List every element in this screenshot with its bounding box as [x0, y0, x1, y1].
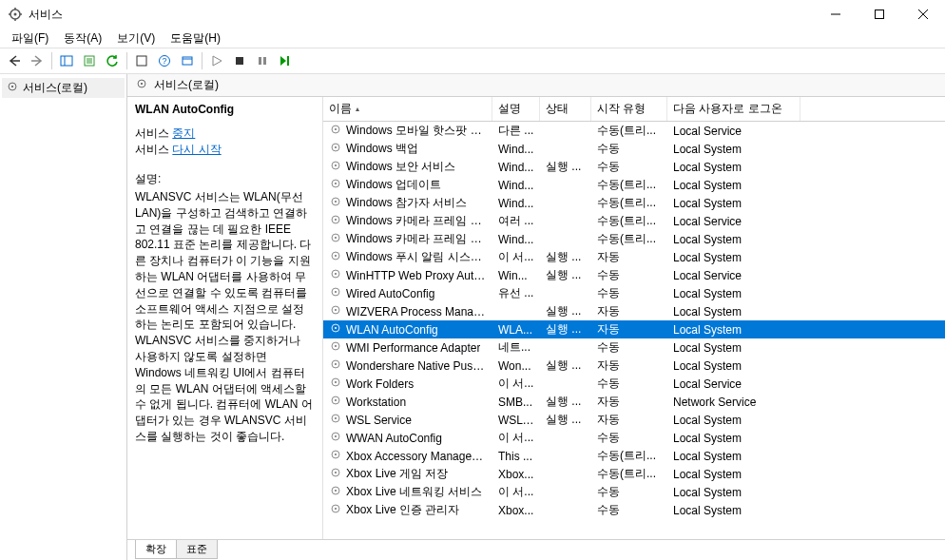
refresh-button[interactable] — [102, 50, 123, 71]
cell-startup: 수동(트리... — [591, 122, 667, 140]
help-button[interactable]: ? — [154, 50, 175, 71]
cell-logon: Local System — [667, 160, 800, 175]
cell-status — [540, 203, 591, 204]
cell-logon: Local System — [667, 431, 800, 446]
menu-file[interactable]: 파일(F) — [4, 29, 56, 48]
service-name-text: WIZVERA Process Manager... — [346, 305, 487, 319]
service-row[interactable]: Xbox Accessory Managem...This ...수동(트리..… — [323, 447, 945, 465]
restart-link[interactable]: 다시 시작 — [172, 143, 221, 156]
cell-logon: Local System — [667, 449, 800, 464]
menu-help[interactable]: 도움말(H) — [163, 29, 228, 48]
service-row[interactable]: Windows 카메라 프레임 서...여러 ...수동(트리...Local … — [323, 212, 945, 230]
service-actions: 서비스 중지 서비스 다시 시작 — [135, 126, 315, 158]
service-row[interactable]: WMI Performance Adapter네트...수동Local Syst… — [323, 338, 945, 357]
svg-rect-7 — [876, 10, 884, 19]
svg-point-58 — [335, 381, 337, 383]
pause-service-button[interactable] — [252, 50, 273, 71]
cell-startup: 수동 — [591, 375, 667, 393]
service-row[interactable]: Windows 참가자 서비스Wind...수동(트리...Local Syst… — [323, 194, 945, 212]
service-name-text: WLAN AutoConfig — [346, 323, 438, 337]
service-row[interactable]: Xbox Live 인증 관리자Xbox...수동Local System — [323, 501, 945, 519]
sort-indicator-icon: ▴ — [356, 105, 359, 113]
service-row[interactable]: Windows 카메라 프레임 서...Wind...수동(트리...Local… — [323, 230, 945, 248]
service-row[interactable]: Work Folders이 서...수동Local Service — [323, 375, 945, 393]
start-service-button[interactable] — [206, 50, 227, 71]
column-logon-as[interactable]: 다음 사용자로 로그온 — [667, 97, 800, 121]
close-button[interactable] — [901, 0, 945, 29]
cell-logon: Local System — [667, 286, 800, 301]
cell-status — [540, 473, 591, 475]
cell-startup: 자동 — [591, 393, 667, 411]
service-row[interactable]: WorkstationSMB...실행 ...자동Network Service — [323, 393, 945, 411]
service-name-text: Windows 모바일 핫스팟 서... — [346, 123, 487, 139]
gear-icon — [329, 249, 344, 265]
cell-description: 이 서... — [492, 483, 540, 501]
service-name-text: Xbox Live 게임 저장 — [346, 466, 448, 482]
service-row[interactable]: Windows 백업Wind...수동Local System — [323, 140, 945, 158]
tree-item-services-local[interactable]: 서비스(로컬) — [2, 78, 125, 98]
service-row[interactable]: WinHTTP Web Proxy Auto-...Win...실행 ...수동… — [323, 266, 945, 284]
service-row[interactable]: Xbox Live 게임 저장Xbox...수동(트리...Local Syst… — [323, 465, 945, 483]
gear-icon — [329, 412, 344, 428]
service-row[interactable]: WLAN AutoConfigWLA...실행 ...자동Local Syste… — [323, 320, 945, 338]
export-list-button[interactable] — [79, 50, 100, 71]
service-name-text: Windows 참가자 서비스 — [346, 195, 467, 211]
service-row[interactable]: Windows 보안 서비스Wind...실행 ...수동Local Syste… — [323, 158, 945, 176]
service-row[interactable]: Windows 모바일 핫스팟 서...다른 ...수동(트리...Local … — [323, 122, 945, 140]
service-row[interactable]: Xbox Live 네트워킹 서비스이 서...수동Local System — [323, 483, 945, 501]
properties-2-button[interactable] — [177, 50, 198, 71]
forward-button[interactable] — [27, 50, 48, 71]
cell-name: Windows 백업 — [323, 140, 492, 158]
cell-name: WMI Performance Adapter — [323, 338, 492, 357]
cell-status: 실행 ... — [540, 320, 591, 338]
cell-description: WLA... — [492, 322, 540, 338]
column-startup-type[interactable]: 시작 유형 — [591, 97, 667, 121]
cell-name: Windows 업데이트 — [323, 176, 492, 194]
svg-point-32 — [335, 146, 337, 148]
tree-item-label: 서비스(로컬) — [23, 80, 87, 96]
cell-startup: 수동 — [591, 501, 667, 519]
service-row[interactable]: Wondershare Native Push ...Won...실행 ...자… — [323, 357, 945, 375]
column-status[interactable]: 상태 — [540, 97, 591, 121]
app-icon — [8, 7, 23, 22]
maximize-button[interactable] — [858, 0, 901, 29]
cell-name: Xbox Accessory Managem... — [323, 447, 492, 465]
right-pane-header: 서비스(로컬) — [127, 74, 945, 97]
properties-button[interactable] — [131, 50, 152, 71]
gear-icon — [329, 502, 344, 518]
cell-logon: Network Service — [667, 395, 800, 410]
svg-point-26 — [11, 86, 13, 87]
menu-bar: 파일(F) 동작(A) 보기(V) 도움말(H) — [0, 29, 945, 48]
cell-status — [540, 437, 591, 439]
service-row[interactable]: Windows 푸시 알림 시스템...이 서...실행 ...자동Local … — [323, 248, 945, 266]
cell-logon: Local System — [667, 178, 800, 193]
service-row[interactable]: WIZVERA Process Manager...실행 ...자동Local … — [323, 302, 945, 320]
tab-standard[interactable]: 표준 — [176, 540, 218, 559]
svg-rect-23 — [263, 57, 266, 65]
column-name[interactable]: 이름 ▴ — [323, 97, 492, 121]
cell-name: WLAN AutoConfig — [323, 320, 492, 338]
cell-logon: Local System — [667, 413, 800, 428]
toolbar: ? — [0, 48, 945, 74]
service-row[interactable]: WSL ServiceWSL ...실행 ...자동Local System — [323, 411, 945, 429]
back-button[interactable] — [4, 50, 25, 71]
cell-status: 실행 ... — [540, 302, 591, 320]
service-name-text: Xbox Live 인증 관리자 — [346, 502, 459, 518]
cell-description: Win... — [492, 268, 540, 283]
restart-service-button[interactable] — [275, 50, 296, 71]
stop-link[interactable]: 중지 — [172, 126, 195, 140]
menu-action[interactable]: 동작(A) — [56, 29, 109, 48]
column-description[interactable]: 설명 — [492, 97, 540, 121]
svg-point-66 — [335, 454, 337, 455]
minimize-button[interactable] — [814, 0, 858, 29]
service-row[interactable]: Windows 업데이트Wind...수동(트리...Local System — [323, 176, 945, 194]
menu-view[interactable]: 보기(V) — [109, 29, 163, 48]
cell-status: 실행 ... — [540, 248, 591, 266]
service-name-text: Windows 백업 — [346, 141, 418, 157]
show-hide-tree-button[interactable] — [56, 50, 77, 71]
service-row[interactable]: Wired AutoConfig유선 ...수동Local System — [323, 284, 945, 302]
cell-startup: 수동(트리... — [591, 465, 667, 483]
service-row[interactable]: WWAN AutoConfig이 서...수동Local System — [323, 429, 945, 447]
tab-extended[interactable]: 확장 — [135, 540, 177, 559]
stop-service-button[interactable] — [229, 50, 250, 71]
